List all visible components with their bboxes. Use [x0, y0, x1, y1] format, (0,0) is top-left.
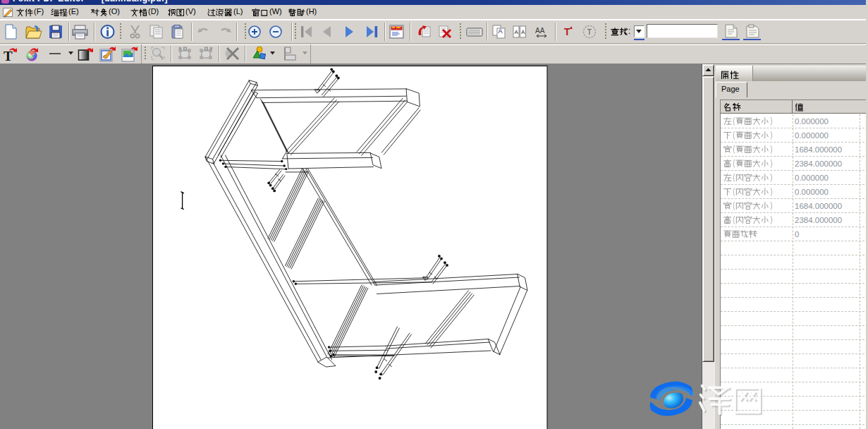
- svg-text:T: T: [4, 49, 13, 61]
- svg-text:A: A: [521, 29, 525, 35]
- svg-text:A: A: [499, 28, 503, 35]
- svg-text:T: T: [564, 26, 570, 37]
- svg-text:A: A: [515, 29, 519, 35]
- svg-text:AA: AA: [535, 27, 545, 35]
- svg-text:T: T: [587, 28, 592, 36]
